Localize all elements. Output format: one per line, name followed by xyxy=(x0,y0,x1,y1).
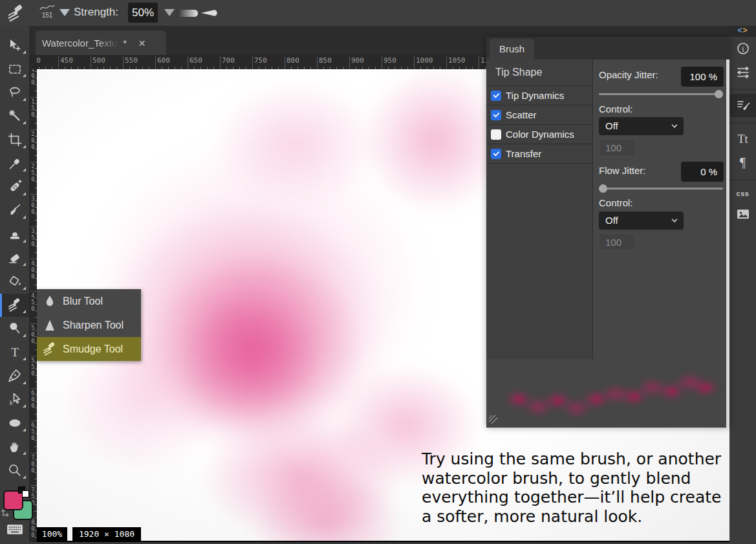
ruler-label: 250 xyxy=(29,163,37,182)
tool-paint-bucket[interactable] xyxy=(0,270,29,294)
stroke-preview-blob xyxy=(697,382,715,394)
ruler-major-tick xyxy=(30,162,37,162)
ruler-major-tick xyxy=(446,56,447,69)
ruler-tick xyxy=(239,67,240,69)
document-tab[interactable]: Watercolor_Textur * × xyxy=(36,30,166,55)
brush-preset-picker[interactable]: 151 xyxy=(36,1,58,25)
menu-item-blur-tool[interactable]: Blur Tool xyxy=(37,289,141,313)
opacity-control-dropdown[interactable]: Off xyxy=(599,117,684,135)
panel-icon-typography[interactable]: Tt xyxy=(729,127,756,151)
flow-control-dropdown[interactable]: Off xyxy=(599,212,684,230)
brush-preset-dropdown-arrow[interactable] xyxy=(59,9,70,16)
tool-move[interactable] xyxy=(0,34,29,58)
ruler-label: 950 xyxy=(383,56,396,65)
checkbox-checked[interactable] xyxy=(491,149,501,159)
document-tab-title: Watercolor_Textur xyxy=(42,38,120,49)
tool-ellipse-shape[interactable] xyxy=(0,411,29,435)
ruler-tick xyxy=(34,511,37,512)
panel-scrollbar[interactable] xyxy=(726,60,729,428)
section-color-dynamics[interactable]: Color Dynamics xyxy=(486,125,592,144)
section-tip-shape[interactable]: Tip Shape xyxy=(486,60,592,86)
panel-icon-css[interactable]: css xyxy=(729,184,756,202)
keyboard-shortcuts-icon[interactable] xyxy=(0,520,29,539)
note-line: a softer, more natural look. xyxy=(422,507,729,527)
tool-eraser[interactable] xyxy=(0,246,29,270)
ruler-tick xyxy=(142,67,143,69)
menu-item-sharpen-tool[interactable]: Sharpen Tool xyxy=(37,313,141,337)
tool-lasso[interactable] xyxy=(0,81,29,105)
ruler-tick xyxy=(71,67,72,69)
code-view-toggle[interactable]: <> xyxy=(729,26,756,37)
tool-hand[interactable] xyxy=(0,435,29,459)
ruler-tick xyxy=(330,67,330,69)
strength-value-box[interactable]: 50% xyxy=(128,3,158,23)
status-zoom-level[interactable]: 100% xyxy=(37,527,67,541)
flow-jitter-value[interactable]: 0 % xyxy=(681,162,724,182)
panel-icon-tool-settings[interactable] xyxy=(729,60,756,83)
opacity-steps-input[interactable]: 100 xyxy=(599,138,636,157)
note-line: Try using the same brush, or another xyxy=(422,450,729,469)
ruler-tick xyxy=(420,67,421,69)
dropdown-value: Off xyxy=(605,215,618,226)
opacity-jitter-value[interactable]: 100 % xyxy=(681,67,724,87)
tool-rectangle-select[interactable] xyxy=(0,58,29,82)
ruler-tick xyxy=(388,67,389,69)
ruler-major-tick xyxy=(220,56,221,69)
panel-icon-info[interactable]: i xyxy=(729,37,756,60)
tool-path-select[interactable]: k xyxy=(0,388,29,412)
app-window: Try using the same brush, or another wat… xyxy=(0,0,756,544)
section-scatter[interactable]: Scatter xyxy=(486,105,592,125)
flow-steps-input[interactable]: 100 xyxy=(599,233,636,251)
ruler-tick xyxy=(343,67,343,69)
ruler-label: 800 xyxy=(286,56,299,65)
tool-magic-wand[interactable] xyxy=(0,105,29,129)
slider-handle[interactable] xyxy=(599,184,607,193)
strength-dropdown-arrow[interactable] xyxy=(164,9,175,16)
checkbox-checked[interactable] xyxy=(491,110,501,120)
taper-pressure-toggle-icon[interactable] xyxy=(200,8,220,17)
ruler-tick xyxy=(34,155,37,156)
ruler-tick xyxy=(394,67,395,69)
ruler-major-tick xyxy=(349,56,350,69)
tool-smudge[interactable] xyxy=(0,294,29,318)
section-label: Color Dynamics xyxy=(506,129,574,140)
ruler-tick xyxy=(103,67,104,69)
tool-brush[interactable] xyxy=(0,199,29,223)
ruler-major-tick xyxy=(414,56,415,69)
tool-type[interactable]: T xyxy=(0,341,29,365)
ruler-major-tick xyxy=(91,56,91,69)
section-transfer[interactable]: Transfer xyxy=(486,144,592,164)
menu-item-smudge-tool[interactable]: Smudge Tool xyxy=(37,337,141,361)
checkbox-unchecked[interactable] xyxy=(491,129,501,140)
opacity-jitter-slider[interactable] xyxy=(599,90,723,98)
ruler-label: 200 xyxy=(29,131,37,150)
tool-healing-brush[interactable] xyxy=(0,175,29,199)
ruler-tick xyxy=(162,67,162,69)
panel-icon-image[interactable] xyxy=(729,202,756,226)
panel-icon-paragraph[interactable]: ¶ xyxy=(729,151,756,174)
flow-jitter-slider[interactable] xyxy=(599,184,723,193)
chevron-down-icon xyxy=(671,123,678,129)
ruler-major-tick xyxy=(30,226,37,227)
ruler-tick xyxy=(466,67,466,69)
tool-dodge[interactable] xyxy=(0,317,29,341)
tool-eyedropper[interactable] xyxy=(0,152,29,176)
tool-clone-stamp[interactable] xyxy=(0,223,29,246)
color-swatches[interactable] xyxy=(0,486,29,520)
brush-panel-tab[interactable]: Brush xyxy=(490,39,534,60)
slider-handle[interactable] xyxy=(715,90,723,98)
right-panel-strip: <> i Tt ¶ css xyxy=(729,26,756,544)
ruler-label: 850 xyxy=(319,56,332,65)
tool-zoom[interactable] xyxy=(0,459,29,483)
fade-pressure-toggle-icon[interactable] xyxy=(180,10,198,17)
tool-pen[interactable] xyxy=(0,364,29,388)
checkbox-checked[interactable] xyxy=(491,91,501,101)
panel-resize-handle[interactable] xyxy=(488,415,499,425)
ruler-major-tick xyxy=(30,323,37,324)
panel-icon-brush-panel[interactable] xyxy=(729,94,756,117)
close-tab-icon[interactable]: × xyxy=(138,37,146,49)
section-tip-dynamics[interactable]: Tip Dynamics xyxy=(486,86,592,105)
default-colors-white[interactable] xyxy=(22,490,29,497)
tool-crop[interactable] xyxy=(0,128,29,152)
ruler-tick xyxy=(278,67,279,69)
